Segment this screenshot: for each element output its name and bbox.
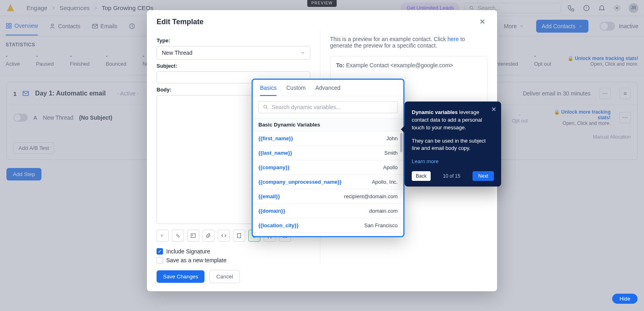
format-text-button[interactable]: T (157, 230, 169, 242)
modal-close-button[interactable]: ✕ (477, 17, 487, 27)
hide-chip[interactable]: Hide (612, 294, 638, 304)
chevron-down-icon (300, 50, 305, 55)
type-value: New Thread (162, 50, 192, 56)
svg-rect-13 (191, 234, 196, 237)
dv-tab-custom[interactable]: Custom (286, 85, 305, 96)
dv-row-domain[interactable]: {{domain}}domain.com (253, 204, 403, 218)
search-icon (263, 104, 268, 110)
template-button[interactable] (233, 230, 245, 242)
insert-image-button[interactable] (187, 230, 199, 242)
dv-list[interactable]: {{first_name}}John {{last_name}}Smith {{… (253, 131, 403, 236)
coach-text-2: They can be used in the subject line and… (412, 137, 494, 153)
include-signature-label: Include Signature (166, 248, 210, 255)
dv-row-city[interactable]: {{location_city}}San Francisco (253, 218, 403, 233)
save-as-new-label: Save as a new template (166, 257, 226, 263)
coach-learn-more-link[interactable]: Learn more (412, 158, 438, 164)
include-signature-checkbox[interactable]: ✓ (157, 248, 163, 255)
svg-point-14 (192, 235, 193, 236)
dv-tab-basics[interactable]: Basics (260, 85, 277, 96)
code-button[interactable] (218, 230, 230, 242)
preview-help-text: This is a preview for an example contact… (330, 36, 487, 49)
dv-row-company-unprocessed[interactable]: {{company_unprocessed_name}}Apollo, Inc. (253, 175, 403, 189)
coach-tooltip: ✕ Dynamic variables leverage contact dat… (405, 102, 501, 187)
svg-rect-15 (237, 234, 241, 238)
coach-title: Dynamic variables (412, 109, 458, 115)
dv-section-header: Basic Dynamic Variables (253, 118, 403, 131)
coach-back-button[interactable]: Back (412, 171, 431, 181)
type-label: Type: (157, 37, 310, 44)
dv-row-company[interactable]: {{company}}Apollo (253, 160, 403, 175)
coach-counter: 10 of 15 (435, 173, 469, 179)
svg-text:T: T (161, 234, 163, 238)
coach-next-button[interactable]: Next (473, 171, 494, 181)
dynamic-variables-popover: Basics Custom Advanced Search dynamic va… (252, 79, 405, 237)
cancel-button[interactable]: Cancel (209, 270, 240, 283)
save-as-new-checkbox[interactable] (157, 257, 163, 263)
generate-preview-link[interactable]: here (448, 36, 459, 42)
type-select[interactable]: New Thread (157, 46, 310, 60)
dv-search-input[interactable]: Search dynamic variables... (258, 101, 398, 113)
dv-tab-advanced[interactable]: Advanced (315, 85, 340, 96)
dv-row-first-name[interactable]: {{first_name}}John (253, 131, 403, 146)
subject-label: Subject: (157, 63, 310, 69)
modal-title: Edit Template (157, 18, 204, 26)
coach-close-button[interactable]: ✕ (491, 106, 496, 113)
attach-file-button[interactable] (202, 230, 215, 242)
dv-row-state[interactable]: {{location_state}}California (253, 233, 403, 236)
dv-row-last-name[interactable]: {{last_name}}Smith (253, 146, 403, 160)
save-changes-button[interactable]: Save Changes (157, 270, 204, 283)
svg-point-21 (264, 105, 266, 108)
dv-search-placeholder: Search dynamic variables... (272, 104, 341, 110)
dv-row-email[interactable]: {{email}}recipient@domain.com (253, 189, 403, 204)
insert-link-button[interactable] (172, 230, 184, 242)
